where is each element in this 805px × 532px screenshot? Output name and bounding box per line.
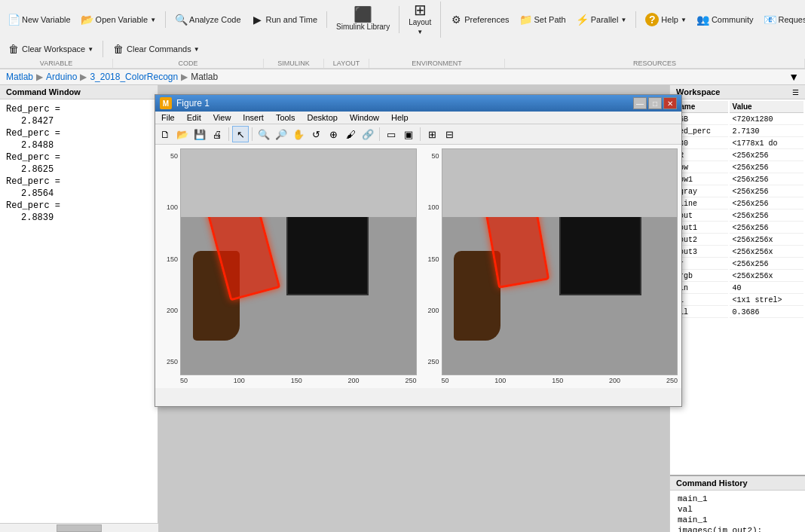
command-scroll-thumb[interactable] [57,524,102,532]
command-scrollbar[interactable] [0,523,158,532]
command-content[interactable]: Red_perc = 2.8427 Red_perc = 2.8488 Red_… [0,99,158,531]
plot2-y-150: 150 [427,255,439,263]
workspace-row[interactable]: _out3<256x256x [672,247,803,258]
breadcrumb-color-recogn[interactable]: 3_2018_ColorRecogn [90,72,178,82]
layout-button[interactable]: ⊞ Layout ▼ [404,2,436,38]
figure-minimize-button[interactable]: — [633,97,647,109]
help-button[interactable]: ? Help ▼ [641,11,691,29]
help-icon: ? [645,13,659,26]
open-variable-button[interactable]: 📂 Open Variable ▼ [77,11,161,28]
figure-maximize-button[interactable]: □ [648,97,662,109]
cmd-var-1: Red_perc = [6,104,60,115]
parallel-icon: ⚡ [577,14,589,26]
breadcrumb-matlab[interactable]: Matlab [6,72,33,82]
toolbar-group-commands: 🗑 Clear Commands ▼ [108,41,209,57]
fig-cursor-button[interactable]: ↖ [232,126,249,142]
workspace-row[interactable]: _R<256x256 [672,151,803,161]
fig-insert-legend-button[interactable]: ▣ [400,126,417,142]
workspace-cell-value: <720x1280 [730,115,803,125]
workspace-row[interactable]: _out<256x256 [672,211,803,222]
history-item[interactable]: main_1 [676,494,799,504]
plot1-image-area [180,148,417,375]
new-variable-button[interactable]: 📄 New Variable [3,11,75,28]
section-label-environment: ENVIRONMENT [369,59,505,68]
history-panel: Command History main_1valmain_1imagesc(i… [670,475,805,532]
parallel-button[interactable]: ⚡ Parallel ▼ [572,11,632,28]
workspace-row[interactable]: _line<256x256 [672,199,803,209]
cmd-val-1: 2.8427 [21,116,152,127]
workspace-row[interactable]: _gray<256x256 [672,187,803,197]
analyze-code-button[interactable]: 🔍 Analyze Code [170,11,246,28]
fig-save-button[interactable]: 💾 [191,126,208,142]
community-icon: 👥 [697,14,709,26]
workspace-row[interactable]: _rgb<256x256x [672,271,803,282]
set-path-button[interactable]: 📁 Set Path [516,11,571,28]
figure-menu-edit[interactable]: Edit [181,112,207,124]
toolbar-group-variable: 📄 New Variable 📂 Open Variable ▼ [3,11,166,28]
help-dropdown-icon: ▼ [681,17,687,23]
plot1-inner: 50 100 150 200 250 [180,148,417,384]
workspace-row[interactable]: min40 [672,283,803,294]
breadcrumb-arduino[interactable]: Arduino [46,72,77,82]
fig-insert-colorbar-button[interactable]: ▭ [383,126,399,142]
section-label-resources: RESOURCES [505,59,805,68]
clear-commands-button[interactable]: 🗑 Clear Commands ▼ [108,41,204,57]
section-labels: VARIABLE CODE SIMULINK LAYOUT ENVIRONMEN… [0,59,805,69]
workspace-row[interactable]: _out2<256x256x [672,235,803,246]
fig-subplot-button[interactable]: ⊞ [424,126,440,142]
community-button[interactable]: 👥 Community [693,11,758,28]
figure-close-button[interactable]: ✕ [663,97,677,109]
fig-data-cursor-button[interactable]: ⊕ [325,126,341,142]
workspace-row[interactable]: _out1<256x256 [672,223,803,234]
preferences-button[interactable]: ⚙ Preferences [445,11,513,28]
figure-menu-view[interactable]: View [207,112,237,124]
cmd-var-2: Red_perc = [6,128,60,139]
clear-workspace-button[interactable]: 🗑 Clear Workspace ▼ [3,41,98,57]
breadcrumb-current: Matlab [191,72,218,82]
plot2-x-50: 50 [442,377,449,384]
figure-window[interactable]: M Figure 1 — □ ✕ File Edit View Insert T… [155,94,682,407]
figure-menu-window[interactable]: Window [344,112,385,124]
run-and-time-button[interactable]: ▶ Run and Time [247,11,322,28]
figure-menu-desktop[interactable]: Desktop [301,112,344,124]
request-support-button[interactable]: 📧 Request Support [760,11,806,28]
workspace-row[interactable]: Red_perc2.7130 [672,127,803,137]
fig-subplot2-button[interactable]: ⊟ [441,126,458,142]
figure-menu-tools[interactable]: Tools [270,112,301,124]
fig-print-button[interactable]: 🖨 [209,126,225,142]
breadcrumb-dropdown-button[interactable]: ▼ [788,71,799,83]
breadcrumb-sep3: ▶ [181,72,188,82]
workspace-menu-button[interactable]: ☰ [792,88,799,96]
layout-icon: ⊞ [414,4,426,16]
workspace-row[interactable]: il<1x1 strel> [672,295,803,306]
figure-menu-help[interactable]: Help [385,112,415,124]
workspace-row[interactable]: _r<256x256 [672,259,803,270]
plot2-y-250: 250 [427,358,439,365]
workspace-cell-value: 2.7130 [730,127,803,137]
fig-brush-button[interactable]: 🖌 [342,126,359,142]
fig-rotate-button[interactable]: ↺ [308,126,324,142]
toolbar: 📄 New Variable 📂 Open Variable ▼ 🔍 Analy… [0,0,805,69]
fig-pan-button[interactable]: ✋ [290,126,307,142]
history-item[interactable]: imagesc(im_out2); [676,525,799,532]
history-item[interactable]: main_1 [676,515,799,525]
fig-zoom-out-button[interactable]: 🔎 [273,126,289,142]
figure-menu-file[interactable]: File [155,112,181,124]
analyze-code-icon: 🔍 [175,14,187,26]
workspace-table-container[interactable]: Name Value RGB<720x1280Red_perc2.7130_30… [670,99,805,475]
workspace-row[interactable]: _bw<256x256 [672,163,803,173]
cmd-val-text-2: 2.8488 [21,140,54,151]
simulink-library-button[interactable]: ⬛ Simulink Library [332,6,394,33]
workspace-row[interactable]: RGB<720x1280 [672,115,803,125]
workspace-row[interactable]: _bw1<256x256 [672,175,803,185]
workspace-row[interactable]: uil0.3686 [672,307,803,318]
simulink-icon: ⬛ [357,8,369,20]
fig-open-button[interactable]: 📂 [174,126,191,142]
fig-link-button[interactable]: 🔗 [360,126,376,142]
workspace-row[interactable]: _30<1778x1 do [672,139,803,149]
figure-menu-insert[interactable]: Insert [237,112,270,124]
history-item[interactable]: val [676,504,799,515]
fig-new-button[interactable]: 🗋 [157,126,173,142]
fig-zoom-in-button[interactable]: 🔍 [256,126,272,142]
plot1-x-100: 100 [234,377,245,384]
